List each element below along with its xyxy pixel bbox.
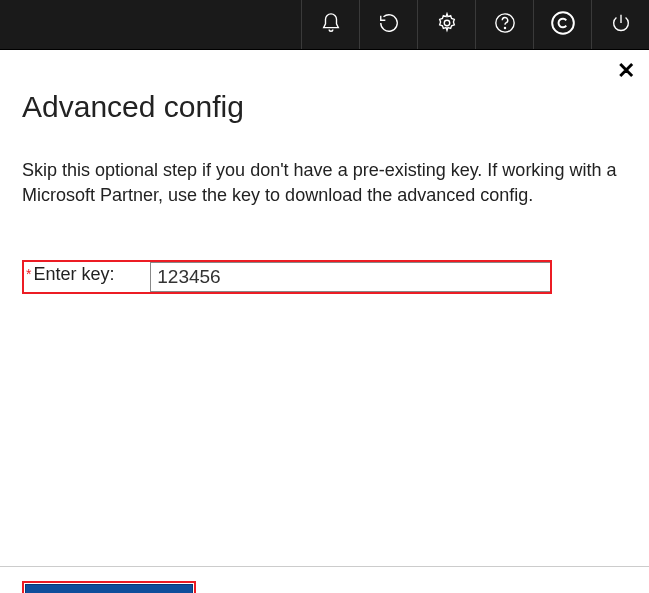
top-toolbar [0, 0, 649, 50]
power-icon [610, 12, 632, 38]
gear-icon [436, 12, 458, 38]
settings-button[interactable] [417, 0, 475, 49]
description-text: Skip this optional step if you don't hav… [0, 124, 649, 208]
close-button[interactable]: ✕ [617, 60, 635, 82]
enter-key-input[interactable] [150, 262, 550, 292]
download-config-highlight: Download config [22, 581, 196, 593]
help-icon [494, 12, 516, 38]
power-button[interactable] [591, 0, 649, 49]
download-config-button[interactable]: Download config [25, 584, 193, 593]
close-icon: ✕ [617, 58, 635, 83]
svg-point-0 [444, 20, 450, 26]
bell-icon [320, 12, 342, 38]
footer-bar: Download config [0, 566, 649, 593]
copyright-button[interactable] [533, 0, 591, 49]
copyright-icon [550, 10, 576, 40]
refresh-button[interactable] [359, 0, 417, 49]
page-title: Advanced config [0, 50, 649, 124]
required-indicator: * [24, 262, 31, 292]
help-button[interactable] [475, 0, 533, 49]
enter-key-label: Enter key: [31, 262, 150, 292]
advanced-config-panel: ✕ Advanced config Skip this optional ste… [0, 50, 649, 294]
refresh-icon [378, 12, 400, 38]
notifications-button[interactable] [301, 0, 359, 49]
svg-point-2 [504, 27, 505, 28]
enter-key-field: * Enter key: [22, 260, 552, 294]
svg-point-3 [552, 12, 574, 34]
